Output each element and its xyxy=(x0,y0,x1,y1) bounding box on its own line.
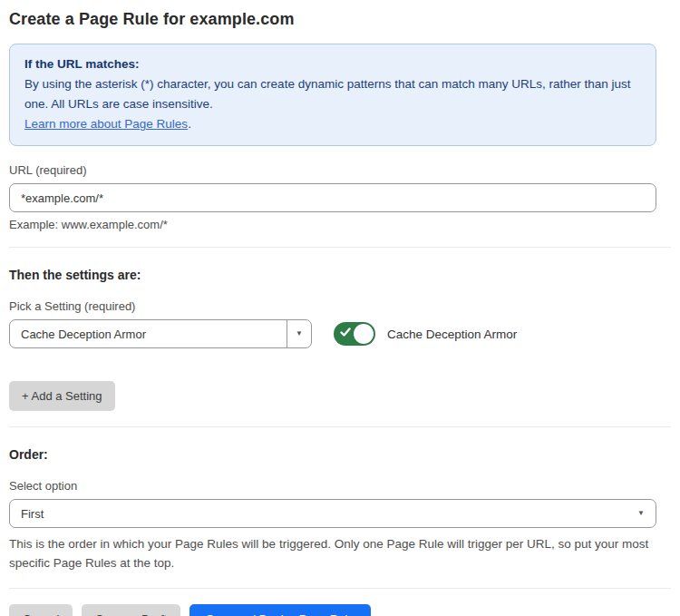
learn-more-link[interactable]: Learn more about Page Rules xyxy=(24,117,188,131)
url-field-hint: Example: www.example.com/* xyxy=(9,218,671,231)
order-select-label: Select option xyxy=(9,479,671,493)
setting-picker-label: Pick a Setting (required) xyxy=(9,299,671,313)
setting-select-value: Cache Deception Armor xyxy=(10,328,287,341)
cache-deception-armor-toggle[interactable] xyxy=(334,322,375,346)
setting-row: Cache Deception Armor ▼ Cache Deception … xyxy=(9,319,671,348)
divider xyxy=(9,247,671,248)
link-suffix: . xyxy=(188,117,191,131)
url-field-label: URL (required) xyxy=(9,163,671,177)
setting-select-arrow-cell[interactable]: ▼ xyxy=(287,320,311,347)
toggle-knob xyxy=(354,324,374,344)
divider xyxy=(9,426,671,427)
divider xyxy=(9,588,671,589)
cancel-button[interactable]: Cancel xyxy=(9,604,73,616)
order-select-arrow-cell: ▼ xyxy=(637,510,656,517)
info-box-link-line: Learn more about Page Rules. xyxy=(24,114,641,134)
info-box-heading: If the URL matches: xyxy=(24,54,641,74)
order-select[interactable]: First ▼ xyxy=(9,499,656,528)
info-box-body: By using the asterisk (*) character, you… xyxy=(24,74,641,114)
chevron-down-icon: ▼ xyxy=(296,330,303,337)
url-input[interactable] xyxy=(9,183,656,212)
page-title: Create a Page Rule for example.com xyxy=(9,10,671,29)
save-and-deploy-button[interactable]: Save and Deploy Page Rule xyxy=(189,604,370,616)
url-match-info-box: If the URL matches: By using the asteris… xyxy=(9,44,656,146)
add-setting-button[interactable]: + Add a Setting xyxy=(9,381,115,411)
order-help-text: This is the order in which your Page Rul… xyxy=(9,534,656,572)
toggle-label: Cache Deception Armor xyxy=(387,328,517,341)
settings-section-heading: Then the settings are: xyxy=(9,268,671,282)
chevron-down-icon: ▼ xyxy=(637,510,645,517)
footer-actions: Cancel Save as Draft Save and Deploy Pag… xyxy=(9,604,671,616)
order-section-heading: Order: xyxy=(9,447,671,462)
order-select-value: First xyxy=(10,507,637,521)
check-icon xyxy=(340,327,351,337)
save-as-draft-button[interactable]: Save as Draft xyxy=(82,604,180,616)
setting-select[interactable]: Cache Deception Armor ▼ xyxy=(9,319,312,348)
